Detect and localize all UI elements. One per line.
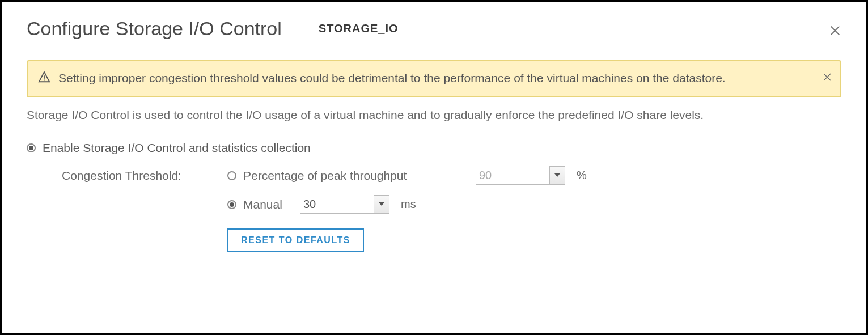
svg-rect-0 [44, 75, 45, 79]
percentage-threshold-radio[interactable] [227, 171, 236, 180]
close-dialog-button[interactable] [829, 24, 841, 39]
dismiss-alert-button[interactable] [822, 69, 832, 87]
warning-text: Setting improper congestion threshold va… [58, 69, 830, 87]
close-icon [822, 72, 832, 82]
dialog-subtitle: STORAGE_IO [319, 22, 399, 35]
manual-input-group [300, 195, 389, 214]
dialog-header: Configure Storage I/O Control STORAGE_IO [27, 18, 841, 40]
manual-threshold-label: Manual [243, 198, 294, 211]
warning-icon [38, 70, 50, 88]
percentage-threshold-row: Congestion Threshold: Percentage of peak… [62, 166, 841, 185]
manual-input[interactable] [300, 196, 374, 213]
svg-rect-1 [44, 80, 45, 81]
percentage-stepper[interactable] [549, 166, 565, 184]
dialog-title: Configure Storage I/O Control [27, 18, 300, 40]
percentage-unit: % [577, 169, 587, 182]
percentage-input[interactable] [476, 167, 549, 184]
description-text: Storage I/O Control is used to control t… [27, 105, 841, 125]
percentage-input-group [476, 166, 565, 185]
percentage-threshold-label: Percentage of peak throughput [243, 169, 470, 183]
configure-storage-io-dialog: Configure Storage I/O Control STORAGE_IO… [0, 0, 868, 335]
manual-stepper[interactable] [374, 195, 389, 213]
enable-storage-io-label: Enable Storage I/O Control and statistic… [43, 141, 311, 155]
enable-storage-io-option[interactable]: Enable Storage I/O Control and statistic… [27, 141, 841, 155]
chevron-down-icon [379, 202, 384, 206]
chevron-down-icon [554, 173, 560, 177]
manual-threshold-row: Manual ms [62, 195, 841, 214]
manual-threshold-radio[interactable] [227, 200, 236, 209]
close-icon [829, 24, 841, 37]
congestion-threshold-label: Congestion Threshold: [62, 169, 227, 183]
congestion-threshold-group: Congestion Threshold: Percentage of peak… [27, 166, 841, 214]
enable-storage-io-radio[interactable] [27, 143, 36, 152]
header-divider [300, 19, 300, 39]
manual-unit: ms [401, 198, 416, 211]
reset-to-defaults-button[interactable]: RESET TO DEFAULTS [227, 228, 364, 252]
warning-alert: Setting improper congestion threshold va… [27, 60, 841, 97]
